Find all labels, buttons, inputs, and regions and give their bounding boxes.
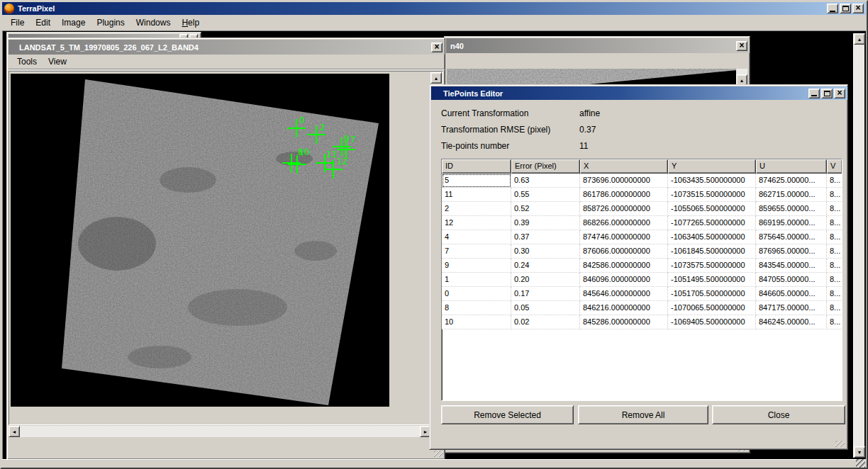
table-cell[interactable]: 4 [442,230,511,244]
menu-windows[interactable]: Windows [130,16,177,30]
scroll-up-icon[interactable]: ▲ [854,33,865,45]
landsat-menu-view[interactable]: View [43,55,72,69]
table-cell[interactable]: 862715.00000... [756,188,827,202]
table-cell[interactable]: 847175.00000... [756,301,827,315]
table-cell[interactable]: -1077265.500000000 [668,216,756,230]
table-cell[interactable]: 859655.00000... [756,202,827,216]
landsat-canvas[interactable]: 02978101112 [11,74,389,407]
table-cell[interactable]: 5 [442,174,511,188]
tiepoints-titlebar[interactable]: TiePoints Editor × [431,86,847,100]
table-cell[interactable]: -1051705.500000000 [668,287,756,301]
table-cell[interactable]: 0.05 [511,301,580,315]
table-cell[interactable]: 846605.00000... [756,287,827,301]
table-cell[interactable]: 0.37 [511,230,580,244]
table-cell[interactable]: 876965.00000... [756,244,827,259]
table-cell[interactable]: 0.02 [511,315,580,329]
table-cell[interactable]: -1063405.500000000 [668,230,756,244]
table-cell[interactable]: 846216.000000000 [580,301,668,315]
close-icon[interactable]: × [852,4,864,13]
table-cell[interactable]: 874625.00000... [756,174,827,188]
landsat-titlebar[interactable]: LANDSAT_5_TM_19970805_226_067_L2_BAND4 × [9,40,445,55]
table-row[interactable]: 110.55861786.000000000-1073515.500000000… [442,188,842,202]
landsat-resize-grip[interactable] [434,451,443,457]
table-cell[interactable]: 1 [442,273,511,287]
table-cell[interactable]: 8... [827,174,842,188]
minimize-icon[interactable] [827,4,838,13]
column-header-x[interactable]: X [580,159,668,174]
table-row[interactable]: 40.37874746.000000000-1063405.5000000008… [442,230,842,244]
landsat-window[interactable]: LANDSAT_5_TM_19970805_226_067_L2_BAND4 ×… [6,38,445,460]
table-cell[interactable]: 11 [442,188,511,202]
column-header-y[interactable]: Y [668,159,756,174]
table-cell[interactable]: 846245.00000... [756,315,827,329]
table-cell[interactable]: 876066.000000000 [580,244,668,259]
menu-edit[interactable]: Edit [30,16,56,30]
column-header-v[interactable]: V [827,159,842,174]
table-cell[interactable]: -1073515.500000000 [668,188,756,202]
table-cell[interactable]: 0.52 [511,202,580,216]
table-row[interactable]: 80.05846216.000000000-1070065.5000000008… [442,301,842,315]
table-cell[interactable]: 8... [827,301,842,315]
column-header-u[interactable]: U [756,159,827,174]
table-cell[interactable]: -1055065.500000000 [668,202,756,216]
table-cell[interactable]: 869195.00000... [756,216,827,230]
table-cell[interactable]: 846096.000000000 [580,273,668,287]
table-cell[interactable]: 10 [442,315,511,329]
scroll-up-icon[interactable]: ▲ [430,72,442,84]
table-cell[interactable]: 0.30 [511,244,580,259]
table-cell[interactable]: 2 [442,202,511,216]
tiepoints-minimize-icon[interactable] [808,89,820,98]
table-cell[interactable]: 845286.000000000 [580,315,668,329]
menu-image[interactable]: Image [56,16,91,30]
table-cell[interactable]: 0.63 [511,174,580,188]
landsat-hscrollbar[interactable]: ◄ ► [9,426,431,437]
background-window-close-icon[interactable]: × [736,41,747,51]
table-cell[interactable]: 12 [442,216,511,230]
landsat-menu-tools[interactable]: Tools [11,55,43,69]
table-cell[interactable]: 868266.000000000 [580,216,668,230]
table-cell[interactable]: 8 [442,301,511,315]
table-cell[interactable]: 842586.000000000 [580,259,668,273]
table-row[interactable]: 00.17845646.000000000-1051705.5000000008… [442,287,842,301]
background-window-titlebar[interactable]: n40 × [446,38,750,53]
table-row[interactable]: 70.30876066.000000000-1061845.5000000008… [442,244,842,259]
table-cell[interactable]: 0.24 [511,259,580,273]
scroll-left-icon[interactable]: ◄ [9,426,20,437]
table-cell[interactable]: 873696.000000000 [580,174,668,188]
table-cell[interactable]: 8... [827,202,842,216]
menu-help[interactable]: Help [176,16,205,30]
table-cell[interactable]: 845646.000000000 [580,287,668,301]
table-cell[interactable]: -1063435.500000000 [668,174,756,188]
background-image-view[interactable] [447,69,738,86]
tiepoints-table[interactable]: ID Error (Pixel) X Y U V 50.63873696.000… [441,159,842,401]
table-cell[interactable]: 847055.00000... [756,273,827,287]
table-row[interactable]: 20.52858726.000000000-1055065.5000000008… [442,202,842,216]
table-cell[interactable]: 8... [827,216,842,230]
table-cell[interactable]: 8... [827,259,842,273]
table-cell[interactable]: -1069405.500000000 [668,315,756,329]
table-cell[interactable]: 8... [827,287,842,301]
tiepoints-maximize-icon[interactable] [821,89,833,98]
table-cell[interactable]: 8... [827,315,842,329]
background-window-vscrollbar[interactable]: ▲ [736,69,747,86]
remove-all-button[interactable]: Remove All [578,405,708,424]
table-cell[interactable]: 8... [827,230,842,244]
app-titlebar[interactable]: TerraPixel × [2,2,866,15]
table-cell[interactable]: -1073575.500000000 [668,259,756,273]
scroll-down-icon[interactable]: ▼ [854,446,865,458]
table-cell[interactable]: 0.20 [511,273,580,287]
close-button[interactable]: Close [712,405,845,424]
table-cell[interactable]: -1070065.500000000 [668,301,756,315]
table-cell[interactable]: 874746.000000000 [580,230,668,244]
table-cell[interactable]: 843545.00000... [756,259,827,273]
tiepoints-resize-grip[interactable] [835,441,845,447]
table-row[interactable]: 10.20846096.000000000-1051495.5000000008… [442,273,842,287]
column-header-error[interactable]: Error (Pixel) [511,159,580,174]
column-header-id[interactable]: ID [442,159,511,174]
table-cell[interactable]: 858726.000000000 [580,202,668,216]
window-resize-grip[interactable] [856,459,865,468]
landsat-close-icon[interactable]: × [431,43,443,52]
table-cell[interactable]: 8... [827,244,842,259]
table-cell[interactable]: 0 [442,287,511,301]
table-cell[interactable]: 0.55 [511,188,580,202]
